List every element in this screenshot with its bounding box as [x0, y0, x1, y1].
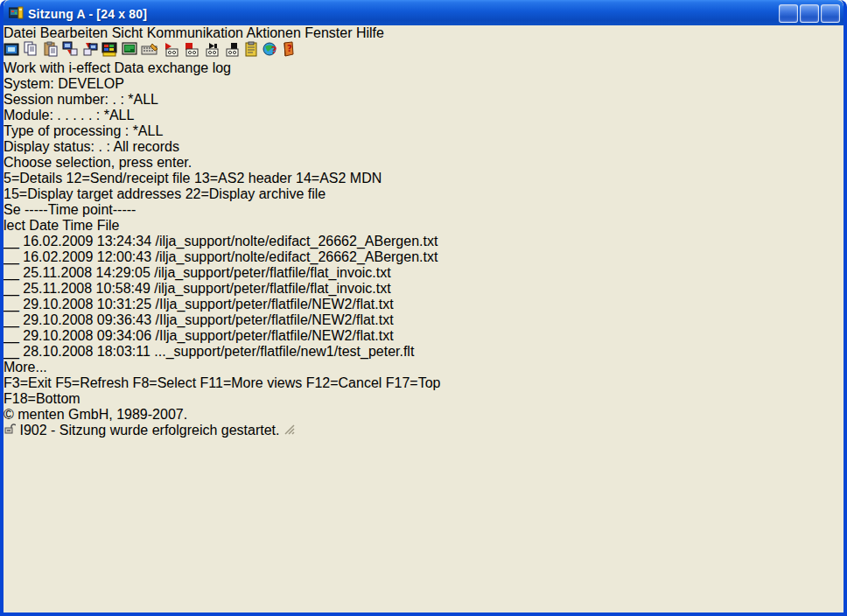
stop-macro-button[interactable] — [224, 45, 244, 60]
paste-icon — [43, 41, 59, 57]
display-setup-icon — [122, 42, 137, 57]
menu-sicht[interactable]: Sicht — [112, 25, 144, 40]
menu-hilfe[interactable]: Hilfe — [356, 25, 384, 40]
terminal-row-session: Session number: . : *ALL — [4, 92, 844, 108]
terminal-row-fkeys-2: F18=Bottom — [4, 391, 844, 407]
menu-aktionen[interactable]: Aktionen — [247, 25, 301, 40]
terminal-row-options-1: 5=Details 12=Send/receipt file 13=AS2 he… — [4, 171, 844, 186]
clipboard-notes-button[interactable] — [244, 45, 262, 60]
terminal-row-header-1: Se -----Time point----- — [4, 202, 844, 218]
terminal-log-row[interactable]: __ 16.02.2009 12:00:43 /ilja_support/nol… — [4, 249, 844, 265]
keyboard-setup-icon — [141, 43, 158, 57]
session-window-button[interactable] — [4, 45, 23, 60]
display-setup-button[interactable] — [122, 45, 141, 60]
terminal-row-copyright: © menten GmbH, 1989-2007. — [4, 407, 844, 423]
svg-text:?: ? — [287, 44, 292, 53]
copy-icon — [23, 41, 38, 57]
status-icon-panel — [4, 423, 19, 438]
svg-text:?: ? — [271, 45, 276, 56]
emulator-window: Sitzung A - [24 x 80] Datei Bearbeiten S… — [0, 0, 847, 616]
color-setup-icon — [102, 42, 117, 57]
stop-record-icon — [183, 42, 200, 57]
help-book-icon: ? — [282, 41, 296, 57]
status-bar: I902 - Sitzung wurde erfolgreich gestart… — [4, 423, 844, 438]
resize-grip-icon — [284, 424, 295, 435]
application-icon — [9, 5, 24, 21]
terminal-row-options-2: 15=Display target addresses 22=Display a… — [4, 186, 844, 202]
maximize-button[interactable] — [800, 4, 819, 23]
keyboard-setup-button[interactable] — [141, 45, 162, 60]
terminal-log-row[interactable]: __ 25.11.2008 10:58:49 /ilja_support/pet… — [4, 281, 844, 297]
menu-datei[interactable]: Datei — [4, 25, 36, 40]
resize-grip[interactable] — [284, 423, 295, 438]
paste-button[interactable] — [43, 45, 62, 60]
terminal-log-row[interactable]: __ 25.11.2008 14:29:05 /ilja_support/pet… — [4, 265, 844, 281]
terminal-row-more: More... — [4, 360, 844, 375]
stop-macro-icon — [224, 42, 241, 57]
terminal-row-instruction: Choose selection, press enter. — [4, 155, 844, 171]
menu-bar: Datei Bearbeiten Sicht Kommunikation Akt… — [4, 25, 844, 41]
title-bar[interactable]: Sitzung A - [24 x 80] — [4, 0, 844, 25]
clipboard-notes-icon — [244, 41, 258, 57]
color-setup-button[interactable] — [102, 45, 121, 60]
terminal-row-system: System: DEVELOP — [4, 76, 844, 92]
play-macro-button[interactable] — [204, 45, 224, 60]
send-file-button[interactable] — [62, 45, 81, 60]
web-help-icon: ? — [262, 41, 278, 57]
terminal-row-fkeys-1: F3=Exit F5=Refresh F8=Select F11=More vi… — [4, 375, 844, 391]
help-book-button[interactable]: ? — [282, 45, 296, 60]
connection-status-icon — [4, 423, 16, 435]
terminal-row-title: Work with i-effect Data exchange log — [4, 60, 844, 76]
terminal-log-row[interactable]: __ 28.10.2008 18:03:11 ..._support/peter… — [4, 344, 844, 360]
session-window-icon — [4, 43, 19, 57]
menu-fenster[interactable]: Fenster — [304, 25, 352, 40]
receive-file-icon — [82, 41, 98, 57]
terminal-row-header-2: lect Date Time File — [4, 218, 844, 234]
receive-file-button[interactable] — [82, 45, 102, 60]
copy-button[interactable] — [23, 45, 42, 60]
play-macro-icon — [204, 42, 220, 57]
terminal-row-type: Type of processing : *ALL — [4, 123, 844, 139]
send-file-icon — [62, 41, 78, 57]
terminal-row-status: Display status: . : All records — [4, 139, 844, 155]
close-button[interactable] — [821, 4, 840, 23]
web-help-button[interactable]: ? — [262, 45, 282, 60]
terminal-row-module: Module: . . . . . : *ALL — [4, 108, 844, 123]
terminal-log-row[interactable]: __ 29.10.2008 09:34:06 /Ilja_support/pet… — [4, 328, 844, 344]
record-macro-button[interactable] — [163, 45, 183, 60]
record-macro-icon — [163, 42, 179, 57]
menu-bearbeiten[interactable]: Bearbeiten — [40, 25, 108, 40]
window-title: Sitzung A - [24 x 80] — [28, 7, 779, 21]
terminal-log-row[interactable]: __ 29.10.2008 09:36:43 /Ilja_support/pet… — [4, 312, 844, 328]
status-message: I902 - Sitzung wurde erfolgreich gestart… — [19, 423, 279, 438]
menu-kommunikation[interactable]: Kommunikation — [147, 25, 243, 40]
terminal-log-row[interactable]: __ 16.02.2009 13:24:34 /ilja_support/nol… — [4, 234, 844, 249]
terminal-log-row[interactable]: __ 29.10.2008 10:31:25 /Ilja_support/pet… — [4, 297, 844, 312]
stop-record-button[interactable] — [183, 45, 203, 60]
terminal-screen[interactable]: Work with i-effect Data exchange log Sys… — [4, 60, 844, 423]
minimize-button[interactable] — [779, 4, 798, 23]
toolbar: ? ? — [4, 41, 844, 60]
